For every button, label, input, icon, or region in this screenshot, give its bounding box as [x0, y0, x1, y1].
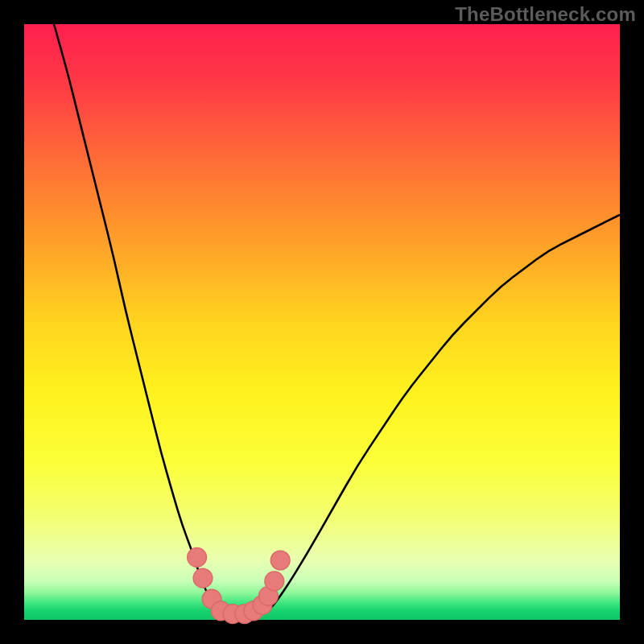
- valley-marker: [193, 568, 213, 588]
- valley-marker: [265, 572, 284, 591]
- bottleneck-curve: [54, 24, 620, 614]
- chart-svg: [24, 24, 620, 620]
- watermark-text: TheBottleneck.com: [455, 3, 636, 26]
- valley-marker: [270, 551, 290, 570]
- chart-frame: TheBottleneck.com: [0, 0, 644, 644]
- valley-marker: [188, 547, 207, 567]
- valley-markers-group: [188, 547, 290, 623]
